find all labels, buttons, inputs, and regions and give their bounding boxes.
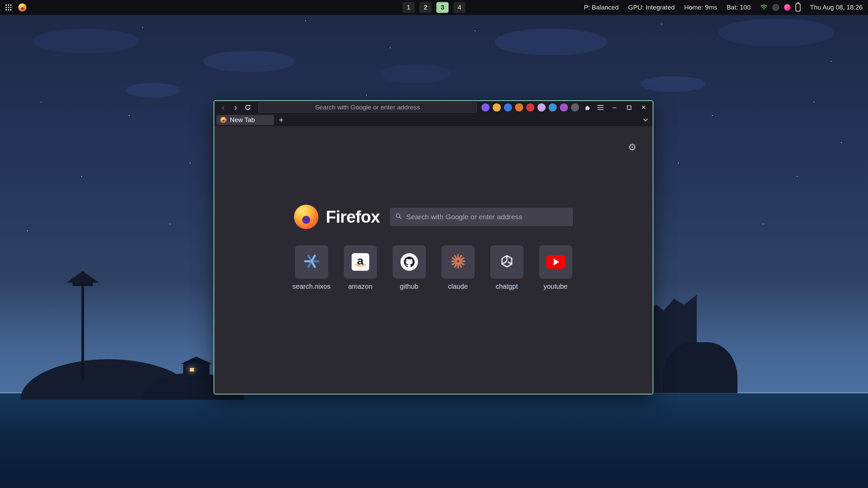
- network-icon[interactable]: [760, 3, 768, 12]
- workspace-4[interactable]: 4: [453, 2, 466, 13]
- extension-icon-4[interactable]: [515, 103, 523, 111]
- extension-icon-2[interactable]: [493, 103, 501, 111]
- extension-buttons: – ×: [481, 102, 649, 113]
- maximize-button[interactable]: [623, 102, 635, 113]
- device-icon[interactable]: [795, 3, 801, 12]
- personalize-gear-icon[interactable]: ⚙: [628, 142, 636, 153]
- bluetooth-icon[interactable]: [772, 4, 779, 11]
- shortcut-chatgpt[interactable]: chatgpt: [490, 245, 524, 290]
- watchtower: [81, 278, 84, 380]
- status-bar: 1 2 3 4 P: Balanced GPU: Integrated Home…: [0, 0, 868, 15]
- hut: [183, 363, 210, 380]
- extensions-puzzle-icon[interactable]: [582, 102, 592, 113]
- firefox-logo: [294, 205, 318, 229]
- menu-icon[interactable]: [595, 102, 606, 113]
- statusbar-icons: [760, 3, 801, 12]
- extension-icon-1[interactable]: [481, 103, 490, 111]
- workspace-2[interactable]: 2: [419, 2, 432, 13]
- workspace-1[interactable]: 1: [402, 2, 415, 13]
- extension-icon-9[interactable]: [571, 103, 579, 111]
- github-icon: [400, 253, 418, 271]
- back-button[interactable]: ‹: [218, 102, 229, 113]
- new-tab-button[interactable]: +: [276, 115, 286, 125]
- shortcut-card: [539, 245, 572, 279]
- list-all-tabs-icon[interactable]: [640, 115, 651, 125]
- extension-icon-5[interactable]: [526, 103, 534, 111]
- browser-toolbar: ‹ › –: [214, 101, 653, 114]
- url-input[interactable]: [259, 103, 476, 112]
- battery-status: Bat: 100: [727, 4, 751, 11]
- youtube-icon: [546, 255, 565, 269]
- amazon-icon: a: [352, 253, 369, 271]
- cloud: [641, 76, 705, 92]
- extension-icon-6[interactable]: [537, 103, 546, 111]
- url-bar: [258, 102, 477, 113]
- newtab-main: Firefox: [214, 126, 653, 290]
- extension-icon-8[interactable]: [560, 103, 568, 111]
- shortcut-label: youtube: [544, 283, 568, 290]
- tab-title: New Tab: [230, 116, 255, 124]
- shortcut-card: [393, 245, 426, 279]
- firefox-taskbar-icon[interactable]: [18, 3, 26, 12]
- color-indicator-icon[interactable]: [784, 4, 791, 11]
- cloud: [380, 64, 451, 83]
- shortcut-tiles: search.nixos a amazon: [295, 245, 572, 290]
- shortcut-label: search.nixos: [292, 283, 330, 290]
- tab-bar: New Tab +: [214, 114, 653, 126]
- cloud: [34, 29, 139, 53]
- new-tab-page: ⚙ Firefox: [214, 126, 653, 394]
- shortcut-label: github: [400, 283, 418, 290]
- extension-icon-3[interactable]: [504, 103, 512, 111]
- shortcut-label: amazon: [348, 283, 372, 290]
- app-launcher-icon[interactable]: [5, 4, 12, 11]
- firefox-favicon: [220, 117, 226, 123]
- shortcut-card: [295, 245, 328, 279]
- nixos-icon: [304, 253, 319, 270]
- newtab-search-bar: [390, 208, 573, 226]
- shortcut-card: a: [344, 245, 377, 279]
- firefox-window: ‹ › –: [214, 100, 653, 394]
- chatgpt-icon: [499, 254, 514, 270]
- tab-new-tab[interactable]: New Tab: [216, 115, 274, 125]
- shortcut-claude[interactable]: claude: [441, 245, 475, 290]
- cloud: [719, 19, 834, 46]
- extension-icon-7[interactable]: [549, 103, 557, 111]
- shortcut-label: chatgpt: [496, 283, 518, 290]
- clock: Thu Aug 08, 18:26: [810, 4, 863, 11]
- statusbar-left: [0, 3, 26, 12]
- shortcut-youtube[interactable]: youtube: [539, 245, 572, 290]
- watchtower-deck: [73, 283, 93, 286]
- cloud: [125, 83, 180, 97]
- brand-row: Firefox: [294, 205, 573, 229]
- shortcut-label: claude: [448, 283, 468, 290]
- search-icon: [395, 213, 402, 221]
- power-profile-status: P: Balanced: [584, 4, 618, 11]
- cloud: [203, 51, 295, 72]
- workspace-3-active[interactable]: 3: [436, 2, 449, 13]
- cloud: [495, 29, 607, 55]
- statusbar-right: P: Balanced GPU: Integrated Home: 9ms Ba…: [584, 3, 868, 12]
- hut-roof: [180, 357, 212, 364]
- workspace-switcher: 1 2 3 4: [402, 2, 466, 13]
- firefox-wordmark: Firefox: [326, 207, 380, 227]
- shortcut-card: [490, 245, 524, 279]
- close-button[interactable]: ×: [638, 102, 649, 113]
- watchtower-roof: [66, 271, 99, 283]
- minimize-button[interactable]: –: [609, 102, 620, 113]
- shortcut-amazon[interactable]: a amazon: [344, 245, 377, 290]
- shortcut-github[interactable]: github: [393, 245, 426, 290]
- latency-status: Home: 9ms: [684, 4, 717, 11]
- ocean: [0, 393, 868, 488]
- cliff: [663, 342, 737, 393]
- forward-button[interactable]: ›: [230, 102, 241, 113]
- hut-window-light: [190, 368, 194, 371]
- shortcut-card: [441, 245, 475, 279]
- reload-button[interactable]: [242, 102, 254, 113]
- newtab-search-input[interactable]: [406, 213, 568, 221]
- shortcut-search-nixos[interactable]: search.nixos: [295, 245, 328, 290]
- gpu-status: GPU: Integrated: [628, 4, 674, 11]
- claude-icon: [450, 253, 466, 270]
